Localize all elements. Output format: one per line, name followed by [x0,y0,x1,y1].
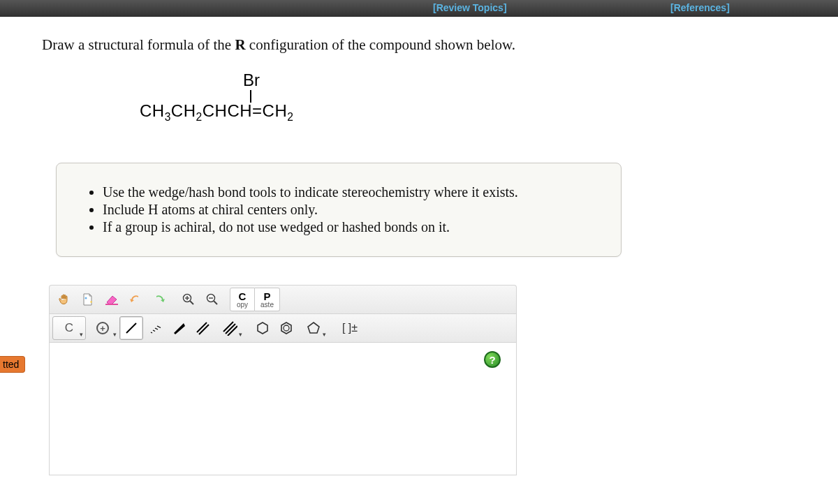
copy-paste-group: C opy P aste [230,288,280,311]
svg-marker-6 [308,323,319,333]
paste-small-label: aste [260,302,274,309]
ring-picker-button[interactable] [298,316,329,340]
document-sparkle-icon [81,292,95,306]
undo-button[interactable] [124,288,147,311]
editor-toolbar-bottom: C + [49,313,517,343]
charge-label: [ ]± [342,322,358,334]
wedge-bond-button[interactable] [167,316,191,340]
structure-editor: C opy P aste C + [49,285,517,475]
eraser-button[interactable] [100,288,124,311]
editor-toolbar-top: C opy P aste [49,285,517,313]
drawing-canvas[interactable]: ? [49,343,517,475]
hash-bond-icon [147,320,163,336]
molecule-br-label: Br [243,72,260,89]
hand-icon [57,292,71,306]
zoom-in-button[interactable] [177,288,200,311]
eraser-icon [104,292,119,306]
svg-marker-4 [281,323,291,334]
redo-button[interactable] [147,288,171,311]
double-bond-icon [195,320,210,336]
instruction-item: Use the wedge/hash bond tools to indicat… [103,184,604,200]
question-pre: Draw a structural formula of the [42,36,235,53]
molecule-formula: CH3CH2CHCH=CH2 [140,103,293,122]
question-text: Draw a structural formula of the R confi… [42,36,796,54]
svg-point-0 [85,297,87,299]
element-label: C [65,321,73,335]
undo-icon [128,292,142,306]
review-topics-link[interactable]: [Review Topics] [433,2,507,13]
paste-button[interactable]: P aste [255,288,280,311]
single-bond-icon [124,320,139,336]
side-tab[interactable]: tted [0,356,25,373]
element-picker-button[interactable]: C [52,316,86,340]
hash-bond-button[interactable] [143,316,167,340]
pentagon-icon [306,320,321,336]
single-bond-button[interactable] [119,316,143,340]
copy-small-label: opy [237,302,248,309]
triple-bond-icon [222,320,237,336]
plus-circle-icon: + [96,322,109,334]
new-doc-button[interactable] [76,288,100,311]
wedge-bond-icon [171,320,186,336]
instructions-panel: Use the wedge/hash bond tools to indicat… [56,163,622,257]
zoom-in-icon [182,292,196,306]
copy-big-label: C [239,291,247,302]
hexagon-icon [255,320,270,336]
copy-button[interactable]: C opy [230,288,255,311]
question-bold: R [235,36,245,53]
redo-icon [152,292,166,306]
svg-point-5 [284,325,289,331]
charge-button[interactable]: [ ]± [335,316,365,340]
add-atom-button[interactable]: + [86,316,119,340]
help-button[interactable]: ? [484,351,501,368]
double-bond-button[interactable] [191,316,214,340]
cyclohexane-button[interactable] [251,316,274,340]
paste-big-label: P [263,291,270,302]
hand-tool-button[interactable] [52,288,76,311]
help-icon: ? [489,354,495,366]
zoom-out-icon [205,292,219,306]
instruction-item: Include H atoms at chiral centers only. [103,202,604,218]
triple-bond-button[interactable] [214,316,245,340]
zoom-out-button[interactable] [200,288,224,311]
question-post: configuration of the compound shown belo… [246,36,515,53]
instruction-item: If a group is achiral, do not use wedged… [103,219,604,235]
svg-marker-3 [258,323,267,334]
benzene-button[interactable] [274,316,298,340]
benzene-icon [279,320,294,336]
side-tab-label: tted [3,359,19,370]
molecule-display: Br CH3CH2CHCH=CH2 [140,72,796,135]
references-link[interactable]: [References] [670,2,730,13]
